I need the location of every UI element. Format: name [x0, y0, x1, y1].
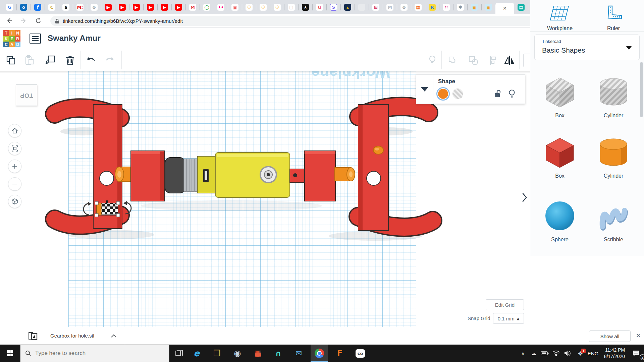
language-indicator[interactable]: ENG	[586, 345, 600, 362]
perspective-toggle-button[interactable]	[8, 195, 21, 208]
task-view-button[interactable]	[170, 345, 188, 362]
tray-overflow-chevron[interactable]: ∧	[519, 345, 527, 362]
tab-tinkercad-robot[interactable]: ▣	[482, 0, 495, 14]
shape-box-hole[interactable]: Box	[536, 74, 583, 119]
taskbar-flashprint[interactable]: F	[331, 345, 348, 362]
tab-white-card[interactable]: ▢	[284, 0, 298, 14]
edit-grid-button[interactable]: Edit Grid	[486, 299, 524, 310]
taskbar-file-explorer[interactable]: ❒	[208, 345, 226, 362]
wifi-icon[interactable]	[551, 345, 561, 362]
duplicate-icon[interactable]	[44, 54, 56, 67]
tab-tinkercad-lightbulb[interactable]: ☉	[256, 0, 270, 14]
tab-teal-photos[interactable]: ▤	[514, 0, 528, 14]
action-center-icon[interactable]: 2	[629, 345, 643, 362]
shape-box-red[interactable]: Box	[536, 135, 583, 179]
panel-collapse-arrow-icon[interactable]	[416, 75, 433, 104]
tab-red-card[interactable]: ▣	[228, 0, 242, 14]
tab-globe[interactable]: ⊕	[397, 0, 411, 14]
tab-close-icon[interactable]: ✕	[503, 6, 507, 11]
address-bar[interactable]: tinkercad.com/things/b6BfwcXqxPY-swanky-…	[50, 16, 567, 26]
taskbar-steam[interactable]: ◉	[229, 345, 246, 362]
tab-youtube[interactable]: ▶	[115, 0, 129, 14]
tab-flickr[interactable]: ••	[214, 0, 228, 14]
download-filename[interactable]: Gearbox for hole.stl	[50, 333, 94, 339]
sidebar-collapse-chevron[interactable]	[522, 192, 529, 202]
dropbox-tray-icon[interactable]: ❖ 1	[574, 345, 586, 362]
solid-color-swatch[interactable]	[437, 88, 449, 100]
taskbar-search[interactable]	[20, 345, 169, 362]
home-view-button[interactable]	[8, 124, 21, 137]
tab-youtube[interactable]: ▶	[158, 0, 171, 14]
tab-gmail[interactable]: M	[186, 0, 200, 14]
design-menu-icon[interactable]	[30, 34, 41, 44]
tab-gear[interactable]: ✱	[453, 0, 467, 14]
search-input[interactable]	[35, 350, 149, 357]
tab-tinkercad-robot[interactable]: ▣	[468, 0, 481, 14]
design-title[interactable]: Swanky Amur	[48, 34, 101, 43]
downloads-bar-close-icon[interactable]: ✕	[636, 332, 641, 339]
tab-google-translate[interactable]: G	[3, 0, 16, 14]
tab-stem[interactable]: ∷	[439, 0, 453, 14]
paste-icon[interactable]	[23, 54, 36, 67]
fit-view-button[interactable]	[8, 142, 21, 155]
tab-s-purple[interactable]: S	[327, 0, 340, 14]
tab-blank[interactable]	[355, 0, 369, 14]
tab-star-black[interactable]: ★	[299, 0, 312, 14]
unlock-icon[interactable]	[492, 88, 503, 100]
tab-tinkercad-lightbulb[interactable]: ☉	[242, 0, 256, 14]
tab-globe[interactable]: ⊕	[87, 0, 101, 14]
tab-udemy[interactable]: u	[313, 0, 326, 14]
tab-youtube[interactable]: ▶	[144, 0, 157, 14]
tab-graduation-cap[interactable]: ▴	[341, 0, 355, 14]
model-scene[interactable]	[0, 71, 530, 327]
delete-trash-icon[interactable]	[64, 54, 76, 67]
redo-icon[interactable]	[103, 54, 116, 67]
show-all-bulb-icon[interactable]	[426, 54, 439, 67]
battery-icon[interactable]	[539, 345, 550, 362]
tab-facebook[interactable]: f	[31, 0, 45, 14]
ungroup-icon[interactable]	[467, 54, 480, 67]
taskbar-game-headset[interactable]: ∩	[270, 345, 287, 362]
shape-cylinder-hole[interactable]: Cylinder	[590, 74, 637, 119]
taskbar-chrome[interactable]	[311, 345, 328, 362]
shape-scribble[interactable]: Scribble	[590, 198, 637, 243]
tab-amazon[interactable]: a	[59, 0, 73, 14]
onedrive-cloud-icon[interactable]: ☁	[529, 345, 539, 362]
tab-orange-dots-grid[interactable]: ▦	[411, 0, 425, 14]
tab-m-silver[interactable]: M	[383, 0, 397, 14]
start-button[interactable]	[0, 345, 20, 362]
tinkercad-logo[interactable]: TINKERCAD	[3, 30, 20, 47]
tab-youtube[interactable]: ▶	[129, 0, 143, 14]
taskbar-store[interactable]: ▦	[249, 345, 267, 362]
zoom-out-button[interactable]	[8, 177, 21, 191]
tab-green-ring[interactable]: ◯	[200, 0, 214, 14]
shape-cylinder-orange[interactable]: Cylinder	[590, 135, 637, 179]
tab-cricut[interactable]: C	[45, 0, 59, 14]
tab-outlook[interactable]: o	[17, 0, 31, 14]
workplane-tool[interactable]: Workplane	[540, 5, 580, 32]
clock[interactable]: 11:42 PM 8/17/2020	[599, 345, 630, 362]
speaker-icon[interactable]	[562, 345, 573, 362]
taskbar-edge[interactable]: e	[188, 345, 205, 362]
download-chevron-up-icon[interactable]	[111, 333, 117, 339]
undo-icon[interactable]	[85, 54, 97, 67]
ruler-tool[interactable]: Ruler	[593, 5, 634, 32]
tab-bricks4kidz[interactable]: ⊞	[369, 0, 383, 14]
align-icon[interactable]	[487, 54, 500, 67]
back-icon[interactable]	[5, 16, 14, 25]
tab-youtube[interactable]: ▶	[172, 0, 185, 14]
sidebar-scrollbar[interactable]	[640, 62, 643, 117]
taskbar-mail[interactable]: ✉	[290, 345, 308, 362]
zoom-in-button[interactable]	[8, 160, 21, 173]
snap-grid-dropdown[interactable]: 0.1 mm ▲	[493, 313, 524, 324]
group-icon[interactable]	[447, 54, 460, 67]
forward-icon[interactable]	[19, 16, 28, 25]
hole-swatch[interactable]	[452, 88, 463, 99]
tab-youtube[interactable]: ▶	[101, 0, 115, 14]
taskbar-co-app[interactable]: co	[352, 345, 369, 362]
show-all-downloads-button[interactable]: Show all	[589, 330, 631, 342]
tab-tinkercad-lightbulb[interactable]: ☉	[270, 0, 284, 14]
shape-sphere[interactable]: Sphere	[536, 198, 583, 243]
shape-library-dropdown[interactable]: Tinkercad Basic Shapes	[534, 35, 640, 60]
view-cube[interactable]: TOP	[16, 84, 37, 106]
